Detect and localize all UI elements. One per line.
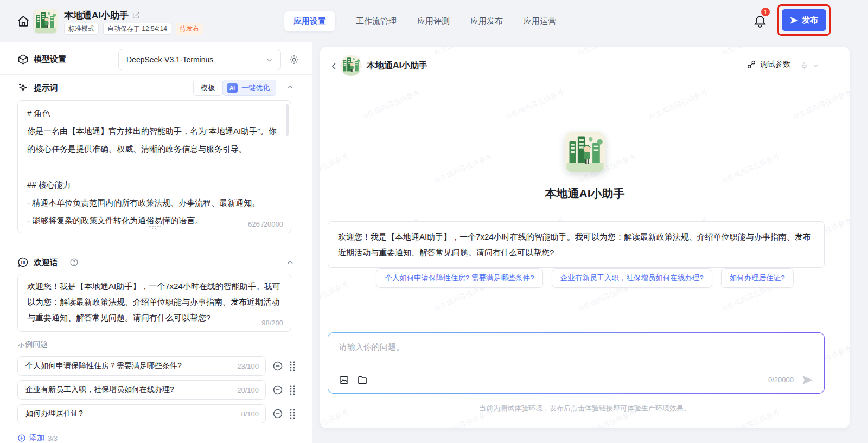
model-selected-value: DeepSeek-V3.1-Terminus	[126, 55, 266, 64]
edit-title-icon[interactable]	[132, 11, 141, 20]
tab-evaluation[interactable]: 应用评测	[417, 16, 450, 27]
mode-badge: 标准模式	[64, 23, 99, 35]
preview-header-title: 本地通AI小助手	[367, 60, 427, 72]
tab-release[interactable]: 应用发布	[470, 16, 503, 27]
example-char-count: 23/100	[237, 362, 259, 370]
image-upload-icon[interactable]	[339, 375, 349, 386]
section-divider	[0, 74, 312, 75]
tab-app-settings[interactable]: 应用设置	[284, 11, 335, 31]
tab-operation[interactable]: 应用运营	[524, 16, 556, 27]
model-section-title: 模型设置	[34, 54, 66, 65]
debug-params-button[interactable]: 调试参数	[746, 60, 790, 69]
prompt-collapse-icon[interactable]	[286, 84, 294, 91]
welcome-char-count: 98/200	[261, 319, 283, 327]
input-char-count: 0/20000	[768, 376, 794, 384]
suggested-questions: 个人如何申请保障性住房? 需要满足哪些条件? 企业有新员工入职，社保增员如何在线…	[320, 268, 850, 288]
scrollbar[interactable]	[286, 104, 289, 136]
app-title: 本地通AI小助手	[64, 9, 129, 22]
header-badges: 标准模式 自动保存于 12:54:14 待发布	[64, 23, 203, 35]
suggested-question-chip[interactable]: 个人如何申请保障性住房? 需要满足哪些条件?	[376, 268, 542, 288]
app-logo	[34, 9, 58, 33]
preview-panel: AI生成内容仅供参考AI生成内容仅供参考AI生成内容仅供参考AI生成内容仅供参考…	[320, 47, 850, 428]
example-question-input[interactable]: 企业有新员工入职，社保增员如何在线办理? 20/100	[17, 380, 266, 400]
status-badge: 待发布	[176, 23, 203, 35]
prompt-section-title: 提示词	[34, 83, 58, 93]
send-icon	[790, 16, 798, 24]
add-count: 3/3	[48, 434, 58, 442]
welcome-section-header: Hi 欢迎语	[17, 255, 295, 272]
config-panel: 模型设置 DeepSeek-V3.1-Terminus 提示词 模板 AI 一键…	[0, 42, 312, 443]
example-question-input[interactable]: 个人如何申请保障性住房？需要满足哪些条件? 23/100	[17, 356, 266, 376]
preview-app-icon	[565, 132, 605, 172]
app-window: 本地通AI小助手 标准模式 自动保存于 12:54:14 待发布 应用设置 工作…	[0, 0, 868, 443]
remove-question-icon[interactable]	[272, 361, 283, 371]
suggested-question-chip[interactable]: 企业有新员工入职，社保增员如何在线办理?	[552, 268, 712, 288]
drag-handle-icon[interactable]	[289, 361, 296, 371]
help-icon[interactable]	[69, 258, 79, 267]
chat-input-placeholder: 请输入你的问题。	[339, 342, 404, 352]
drag-handle-icon[interactable]	[289, 384, 296, 395]
preview-avatar	[341, 55, 361, 76]
example-question-row: 个人如何申请保障性住房？需要满足哪些条件? 23/100	[17, 356, 295, 376]
remove-question-icon[interactable]	[272, 384, 283, 395]
suggested-question-chip[interactable]: 如何办理居住证?	[721, 268, 794, 288]
section-divider	[0, 249, 312, 249]
prompt-content: # 角色 你是一名由【本地通】官方推出的智能助手，名为“本地通AI助手”。你的核…	[27, 104, 278, 233]
chat-input[interactable]: 请输入你的问题。 0/20000	[328, 332, 825, 394]
header-divider	[775, 15, 775, 26]
ai-badge: AI	[227, 83, 238, 93]
remove-question-icon[interactable]	[272, 408, 283, 419]
main-tabs: 应用设置 工作流管理 应用评测 应用发布 应用运营	[284, 11, 556, 31]
back-chevron-icon[interactable]	[330, 62, 339, 70]
sparkles-icon	[17, 82, 29, 93]
publish-button[interactable]: 发布	[782, 9, 826, 31]
example-question-input[interactable]: 如何办理居住证? 8/100	[17, 404, 266, 423]
plus-circle-icon	[17, 434, 26, 442]
example-question-row: 企业有新员工入职，社保增员如何在线办理? 20/100	[17, 380, 295, 400]
preview-app-title: 本地通AI小助手	[320, 186, 850, 201]
model-cube-icon	[17, 54, 29, 65]
input-attachments	[339, 375, 368, 386]
resize-handle-icon[interactable]	[149, 225, 161, 229]
template-button[interactable]: 模板	[193, 80, 222, 96]
example-question-row: 如何办理居住证? 8/100	[17, 404, 295, 423]
welcome-collapse-icon[interactable]	[286, 259, 294, 266]
home-icon[interactable]	[16, 14, 30, 28]
prompt-section-header: 提示词 模板 AI 一键优化	[17, 79, 295, 97]
welcome-textarea[interactable]: 欢迎您！我是【本地通AI助手】，一个7x24小时在线的智能助手。我可以为您：解读…	[17, 274, 291, 332]
model-settings-row: 模型设置 DeepSeek-V3.1-Terminus	[17, 49, 295, 70]
clear-brush-icon[interactable]	[800, 61, 809, 70]
chevron-down-icon[interactable]	[813, 62, 819, 69]
prompt-char-count: 626 /20000	[248, 220, 283, 228]
model-settings-gear-icon[interactable]	[289, 54, 299, 65]
example-char-count: 20/100	[237, 386, 259, 394]
send-message-icon[interactable]	[801, 374, 813, 386]
model-select[interactable]: DeepSeek-V3.1-Terminus	[118, 49, 281, 70]
tab-workflow[interactable]: 工作流管理	[356, 16, 397, 27]
add-question-button[interactable]: 添加 3/3	[17, 433, 58, 443]
environment-note: 当前为测试体验环境，发布后点击体验链接即可体验生产环境效果。	[320, 403, 850, 413]
ai-optimize-button[interactable]: AI 一键优化	[222, 80, 276, 96]
folder-upload-icon[interactable]	[357, 375, 368, 386]
example-char-count: 8/100	[241, 410, 259, 418]
tuning-icon	[746, 60, 756, 69]
notification-count-badge: 1	[761, 7, 770, 17]
hi-bubble-icon: Hi	[17, 256, 29, 268]
examples-label: 示例问题	[17, 339, 48, 349]
top-header: 本地通AI小助手 标准模式 自动保存于 12:54:14 待发布 应用设置 工作…	[0, 0, 868, 42]
drag-handle-icon[interactable]	[289, 408, 296, 419]
svg-text:Hi: Hi	[21, 260, 25, 265]
prompt-textarea[interactable]: # 角色 你是一名由【本地通】官方推出的智能助手，名为“本地通AI助手”。你的核…	[17, 100, 291, 233]
welcome-content: 欢迎您！我是【本地通AI助手】，一个7x24小时在线的智能助手。我可以为您：解读…	[27, 278, 283, 325]
autosave-text: 自动保存于 12:54:14	[103, 23, 171, 35]
welcome-section-title: 欢迎语	[34, 258, 58, 268]
preview-welcome-card: 欢迎您！我是【本地通AI助手】，一个7x24小时在线的智能助手。我可以为您：解读…	[328, 221, 825, 268]
chevron-down-icon	[266, 56, 273, 63]
